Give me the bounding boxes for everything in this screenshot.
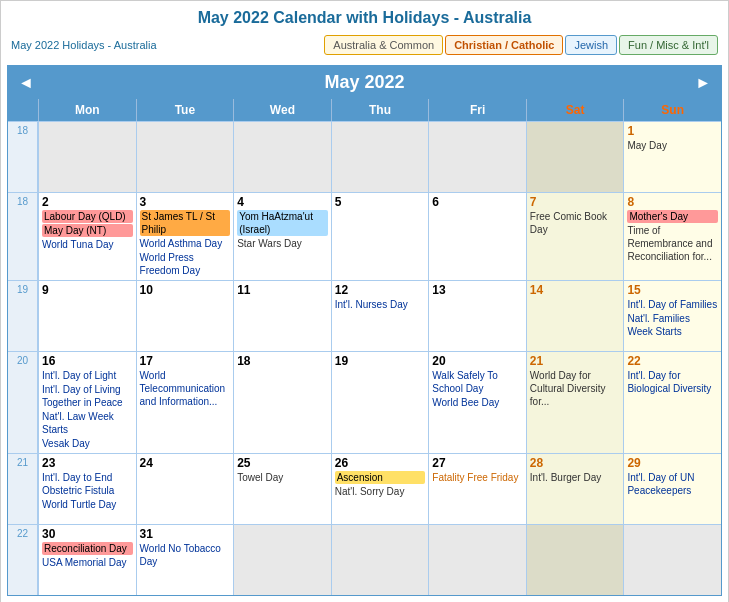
cal-cell xyxy=(526,525,624,595)
day-number: 13 xyxy=(432,283,523,297)
event: Towel Day xyxy=(237,471,328,484)
event: World Press Freedom Day xyxy=(140,251,231,277)
day-number: 12 xyxy=(335,283,426,297)
day-header-fri: Fri xyxy=(428,99,526,121)
day-header-tue: Tue xyxy=(136,99,234,121)
cal-cell xyxy=(38,122,136,192)
week-row: 2123Int'l. Day to End Obstetric FistulaW… xyxy=(8,453,721,524)
subtitle: May 2022 Holidays - Australia xyxy=(11,39,318,51)
event: USA Memorial Day xyxy=(42,556,133,569)
event: World Bee Day xyxy=(432,396,523,409)
cal-cell xyxy=(331,122,429,192)
event: Vesak Day xyxy=(42,437,133,450)
cal-body: 181May Day182Labour Day (QLD)May Day (NT… xyxy=(8,121,721,595)
cal-cell: 19 xyxy=(331,352,429,453)
event: World Tuna Day xyxy=(42,238,133,251)
day-number: 29 xyxy=(627,456,718,470)
event: World No Tobacco Day xyxy=(140,542,231,568)
event: World Day for Cultural Diversity for... xyxy=(530,369,621,408)
week-num: 20 xyxy=(8,352,38,453)
page-wrapper: May 2022 Calendar with Holidays - Austra… xyxy=(0,0,729,602)
day-number: 26 xyxy=(335,456,426,470)
day-number: 20 xyxy=(432,354,523,368)
event: World Asthma Day xyxy=(140,237,231,250)
day-number: 6 xyxy=(432,195,523,209)
event: Yom HaAtzma'ut (Israel) xyxy=(237,210,328,236)
cal-cell: 12Int'l. Nurses Day xyxy=(331,281,429,351)
tab-fun[interactable]: Fun / Misc & Int'l xyxy=(619,35,718,55)
day-number: 8 xyxy=(627,195,718,209)
cal-cell xyxy=(233,525,331,595)
cal-cell: 8Mother's DayTime of Remembrance and Rec… xyxy=(623,193,721,280)
event: Ascension xyxy=(335,471,426,484)
day-number: 27 xyxy=(432,456,523,470)
day-header-wed: Wed xyxy=(233,99,331,121)
day-number: 25 xyxy=(237,456,328,470)
week-row: 199101112Int'l. Nurses Day131415Int'l. D… xyxy=(8,280,721,351)
day-number: 22 xyxy=(627,354,718,368)
day-number: 14 xyxy=(530,283,621,297)
calendar-wrapper: ◄ May 2022 ► Mon Tue Wed Thu Fri Sat Sun… xyxy=(7,65,722,596)
cal-cell: 13 xyxy=(428,281,526,351)
tab-jewish[interactable]: Jewish xyxy=(565,35,617,55)
cal-cell: 3St James TL / St PhilipWorld Asthma Day… xyxy=(136,193,234,280)
day-number: 1 xyxy=(627,124,718,138)
next-month-button[interactable]: ► xyxy=(695,74,711,92)
cal-cell: 6 xyxy=(428,193,526,280)
day-number: 10 xyxy=(140,283,231,297)
event: Int'l. Day of Living Together in Peace xyxy=(42,383,133,409)
tab-christian[interactable]: Christian / Catholic xyxy=(445,35,563,55)
day-number: 2 xyxy=(42,195,133,209)
cal-cell: 29Int'l. Day of UN Peacekeepers xyxy=(623,454,721,524)
cal-cell xyxy=(233,122,331,192)
cal-cell xyxy=(623,525,721,595)
week-num: 21 xyxy=(8,454,38,524)
event: Walk Safely To School Day xyxy=(432,369,523,395)
cal-cell: 31World No Tobacco Day xyxy=(136,525,234,595)
cal-cell: 17World Telecommunication and Informatio… xyxy=(136,352,234,453)
event: Nat'l. Law Week Starts xyxy=(42,410,133,436)
cal-cell xyxy=(428,122,526,192)
event: Star Wars Day xyxy=(237,237,328,250)
event: Nat'l. Sorry Day xyxy=(335,485,426,498)
event: Nat'l. Families Week Starts xyxy=(627,312,718,338)
day-number: 18 xyxy=(237,354,328,368)
event: Time of Remembrance and Reconciliation f… xyxy=(627,224,718,263)
tab-buttons: Australia & Common Christian / Catholic … xyxy=(324,35,718,55)
day-number: 17 xyxy=(140,354,231,368)
week-num: 19 xyxy=(8,281,38,351)
cal-cell: 14 xyxy=(526,281,624,351)
cal-cell: 15Int'l. Day of FamiliesNat'l. Families … xyxy=(623,281,721,351)
cal-cell: 1May Day xyxy=(623,122,721,192)
cal-cell: 16Int'l. Day of LightInt'l. Day of Livin… xyxy=(38,352,136,453)
day-number: 31 xyxy=(140,527,231,541)
event: Int'l. Day of Light xyxy=(42,369,133,382)
prev-month-button[interactable]: ◄ xyxy=(18,74,34,92)
day-number: 11 xyxy=(237,283,328,297)
tab-australia[interactable]: Australia & Common xyxy=(324,35,443,55)
cal-cell: 5 xyxy=(331,193,429,280)
day-number: 19 xyxy=(335,354,426,368)
day-number: 30 xyxy=(42,527,133,541)
day-header-thu: Thu xyxy=(331,99,429,121)
event: World Telecommunication and Information.… xyxy=(140,369,231,408)
cal-cell: 21World Day for Cultural Diversity for..… xyxy=(526,352,624,453)
week-row: 2016Int'l. Day of LightInt'l. Day of Liv… xyxy=(8,351,721,453)
event: St James TL / St Philip xyxy=(140,210,231,236)
days-header: Mon Tue Wed Thu Fri Sat Sun xyxy=(8,99,721,121)
cal-cell: 30Reconciliation DayUSA Memorial Day xyxy=(38,525,136,595)
day-number: 5 xyxy=(335,195,426,209)
cal-cell: 28Int'l. Burger Day xyxy=(526,454,624,524)
event: Int'l. Day to End Obstetric Fistula xyxy=(42,471,133,497)
cal-cell: 11 xyxy=(233,281,331,351)
cal-cell xyxy=(136,122,234,192)
event: Int'l. Nurses Day xyxy=(335,298,426,311)
event: Int'l. Burger Day xyxy=(530,471,621,484)
event: World Turtle Day xyxy=(42,498,133,511)
cal-cell: 27Fatality Free Friday xyxy=(428,454,526,524)
cal-cell: 20Walk Safely To School DayWorld Bee Day xyxy=(428,352,526,453)
event: Labour Day (QLD) xyxy=(42,210,133,223)
cal-cell: 18 xyxy=(233,352,331,453)
month-title: May 2022 xyxy=(324,72,404,93)
event: Fatality Free Friday xyxy=(432,471,523,484)
